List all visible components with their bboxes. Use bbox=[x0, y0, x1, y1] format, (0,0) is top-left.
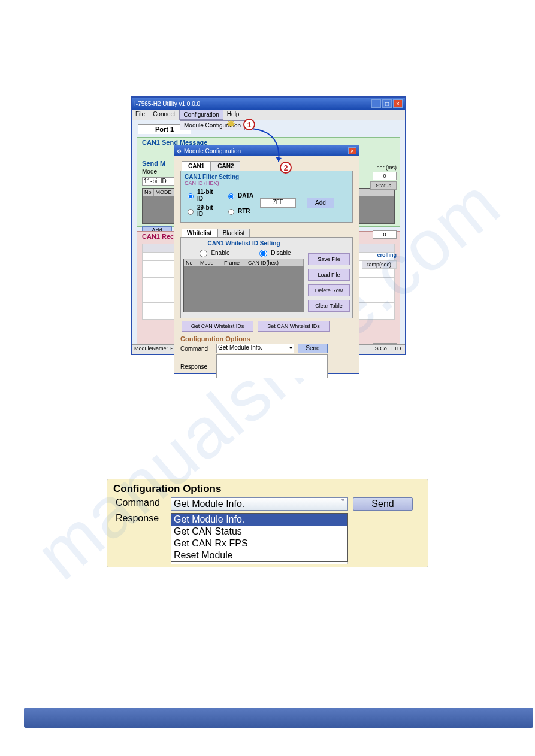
col-no: No bbox=[143, 189, 154, 196]
click-burst-icon: ✸ bbox=[226, 117, 235, 130]
dl-item-reset-module[interactable]: Reset Module bbox=[171, 549, 347, 561]
mode-label: Mode bbox=[142, 168, 157, 175]
maximize-button[interactable]: □ bbox=[382, 99, 392, 108]
menu-connect[interactable]: Connect bbox=[149, 110, 179, 120]
filter-title: CAN1 Filter Setting bbox=[185, 174, 349, 180]
col-mode: MODE bbox=[154, 189, 174, 196]
wl-col-no: No bbox=[184, 259, 198, 266]
wl-col-frame: Frame bbox=[222, 259, 246, 266]
command-label: Command bbox=[180, 345, 213, 352]
hex-id-input[interactable]: 7FF bbox=[260, 198, 296, 208]
can-tabs: CAN1 CAN2 bbox=[182, 161, 359, 171]
radio-rtr[interactable]: RTR bbox=[225, 207, 255, 215]
status-module-name: ModuleName: I- bbox=[134, 345, 173, 353]
send-zero-box: 0 bbox=[373, 230, 397, 239]
dl-item-get-module-info[interactable]: Get Module Info. bbox=[171, 514, 347, 526]
get-whitelist-button[interactable]: Get CAN Whitelist IDs bbox=[182, 321, 253, 332]
e-response-label: Response bbox=[116, 513, 166, 524]
tab-blacklist[interactable]: Blacklist bbox=[217, 229, 250, 237]
page-footer-bar bbox=[24, 708, 533, 728]
main-titlebar: I-7565-H2 Utility v1.0.0.0 _ □ × bbox=[132, 98, 405, 110]
e-send-button[interactable]: Send bbox=[353, 497, 413, 511]
dialog-close-button[interactable]: × bbox=[348, 147, 356, 154]
menu-configuration[interactable]: Configuration bbox=[179, 110, 223, 120]
mode-select[interactable]: 11-bit ID bbox=[142, 177, 178, 186]
wl-col-canid: CAN ID(hex) bbox=[246, 259, 304, 266]
dl-item-get-can-status[interactable]: Get CAN Status bbox=[171, 526, 347, 538]
clear-table-button[interactable]: Clear Table bbox=[308, 300, 350, 312]
delete-row-button[interactable]: Delete Row bbox=[308, 284, 350, 296]
close-button[interactable]: × bbox=[393, 99, 403, 108]
filter-setting-box: CAN1 Filter Setting CAN ID (HEX) 11-bit … bbox=[180, 171, 353, 223]
enlarged-config-options: Configuration Options Command Get Module… bbox=[107, 479, 428, 567]
whitelist-title: CAN1 Whitelist ID Setting bbox=[183, 240, 304, 247]
filter-add-button[interactable]: Add bbox=[307, 198, 334, 208]
status-company: S Co., LTD. bbox=[375, 345, 403, 353]
tab-whitelist[interactable]: Whitelist bbox=[182, 229, 217, 237]
radio-enable[interactable]: Enable bbox=[197, 248, 229, 257]
dialog-title: Module Configuration bbox=[177, 148, 347, 154]
menu-file[interactable]: File bbox=[132, 110, 149, 120]
minimize-button[interactable]: _ bbox=[371, 99, 381, 108]
dl-item-get-can-rx-fps[interactable]: Get CAN Rx FPS bbox=[171, 538, 347, 549]
dialog-titlebar: Module Configuration × bbox=[174, 145, 359, 156]
scrolling-label: crolling bbox=[377, 252, 397, 258]
config-send-button[interactable]: Send bbox=[298, 344, 328, 353]
annotation-2: 2 bbox=[280, 162, 292, 174]
load-file-button[interactable]: Load File bbox=[308, 269, 350, 281]
tab-can2[interactable]: CAN2 bbox=[211, 161, 240, 171]
radio-29bit[interactable]: 29-bit ID bbox=[185, 204, 220, 217]
whitelist-grid[interactable]: No Mode Frame CAN ID(hex) bbox=[183, 259, 304, 312]
radio-data[interactable]: DATA bbox=[225, 192, 255, 199]
wl-tabs: Whitelist Blacklist bbox=[182, 229, 359, 237]
radio-disable[interactable]: Disable bbox=[256, 248, 291, 257]
menubar: File Connect Configuration Help bbox=[132, 110, 405, 120]
status-header: Status bbox=[370, 181, 397, 190]
tamp-header: tamp(sec) bbox=[362, 260, 397, 269]
module-config-dialog: Module Configuration × CAN1 CAN2 CAN1 Fi… bbox=[174, 145, 359, 374]
config-options: Configuration Options Command Get Module… bbox=[180, 335, 353, 378]
filter-subtitle: CAN ID (HEX) bbox=[185, 180, 349, 186]
annotation-1: 1 bbox=[243, 119, 255, 130]
command-dropdown-list[interactable]: Get Module Info. Get CAN Status Get CAN … bbox=[171, 513, 348, 562]
radio-11bit[interactable]: 11-bit ID bbox=[185, 189, 220, 202]
timer-label: ner (ms) bbox=[377, 165, 397, 171]
tab-can1[interactable]: CAN1 bbox=[182, 161, 211, 171]
whitelist-panel: CAN1 Whitelist ID Setting Enable Disable… bbox=[180, 237, 353, 318]
response-label: Response bbox=[180, 363, 213, 370]
save-file-button[interactable]: Save File bbox=[308, 253, 350, 265]
response-textbox[interactable] bbox=[216, 354, 328, 378]
e-command-select[interactable]: Get Module Info. bbox=[171, 497, 348, 511]
wl-col-mode: Mode bbox=[198, 259, 222, 266]
set-whitelist-button[interactable]: Set CAN Whitelist IDs bbox=[258, 321, 330, 332]
command-select[interactable]: Get Module Info. bbox=[216, 344, 294, 353]
side-buttons: Save File Load File Delete Row Clear Tab… bbox=[308, 240, 350, 315]
timer-value[interactable]: 0 bbox=[373, 172, 397, 180]
config-options-title: Configuration Options bbox=[180, 335, 353, 342]
e-command-label: Command bbox=[116, 497, 166, 508]
main-title: I-7565-H2 Utility v1.0.0.0 bbox=[134, 101, 370, 107]
e-title: Configuration Options bbox=[107, 479, 428, 496]
